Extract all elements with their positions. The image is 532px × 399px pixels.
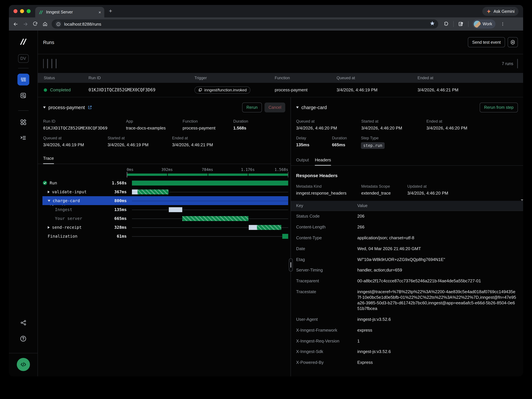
column-ended-at[interactable]: Ended at bbox=[418, 76, 523, 80]
tab-output[interactable]: Output bbox=[296, 157, 309, 165]
step-type-chip: step.run bbox=[361, 142, 385, 149]
main-content: Runs Send test event bbox=[38, 31, 523, 376]
header-row: Content-Length266 bbox=[291, 222, 523, 233]
span-bar-hatched[interactable] bbox=[257, 225, 281, 230]
span-track bbox=[132, 223, 288, 232]
sidebar-item-apps[interactable] bbox=[17, 116, 29, 128]
metadata-kind-field: Metadata Kind inngest.response_headers bbox=[296, 184, 361, 196]
app-link[interactable]: trace-docs-examples bbox=[126, 126, 183, 130]
share-button[interactable] bbox=[17, 317, 29, 329]
span-track bbox=[132, 196, 288, 205]
dev-tools-button[interactable] bbox=[17, 358, 30, 371]
sidebar-item-runs[interactable] bbox=[17, 74, 29, 86]
table-row[interactable]: Completed 01KJXD1TQCZ852GMEX0CQF3D69 inn… bbox=[38, 83, 523, 97]
extensions-icon[interactable] bbox=[443, 21, 450, 27]
delay-value: 135ms bbox=[296, 142, 332, 147]
trace-span-run[interactable]: Run1.568s bbox=[42, 178, 288, 187]
ended-at-cell: 3/4/2026, 4:46:21 PM bbox=[418, 87, 523, 92]
close-window-button[interactable] bbox=[13, 9, 18, 13]
collapse-step-icon[interactable] bbox=[296, 106, 299, 109]
table-columns-button[interactable]: Table columns bbox=[517, 59, 518, 68]
profile-name: Work bbox=[483, 22, 492, 26]
header-key: Etag bbox=[291, 257, 357, 263]
tab-trace[interactable]: Trace bbox=[43, 156, 54, 164]
run-queued-field: Queued at 3/4/2026, 4:46:19 PM bbox=[43, 136, 108, 147]
inngest-logo[interactable] bbox=[19, 38, 27, 47]
apps-icon bbox=[20, 118, 27, 125]
tab-search-icon[interactable] bbox=[458, 21, 464, 27]
span-track bbox=[132, 178, 288, 187]
maximize-window-button[interactable] bbox=[27, 9, 31, 13]
trace-span-charge-card[interactable]: charge-card800ms bbox=[42, 196, 288, 205]
expand-icon[interactable] bbox=[48, 190, 50, 193]
collapse-run-icon[interactable] bbox=[43, 106, 46, 109]
show-search-button[interactable]: Show search bbox=[43, 59, 44, 68]
rerun-button[interactable]: Rerun bbox=[242, 103, 262, 112]
span-bar-hatched[interactable] bbox=[138, 189, 169, 194]
column-queued-at[interactable]: Queued at bbox=[336, 76, 418, 80]
column-run-id[interactable]: Run ID bbox=[89, 76, 194, 80]
tab-headers[interactable]: Headers bbox=[315, 157, 331, 165]
browser-tab[interactable]: Inngest Server × bbox=[35, 7, 104, 18]
browser-profile-button[interactable]: Work bbox=[472, 19, 495, 29]
function-cell: process-payment bbox=[275, 87, 336, 92]
site-info-icon[interactable] bbox=[55, 21, 62, 27]
span-bar-solid[interactable] bbox=[132, 180, 288, 185]
cancel-button[interactable]: Cancel bbox=[265, 103, 285, 112]
close-tab-icon[interactable]: × bbox=[99, 10, 101, 15]
span-bar-queue[interactable] bbox=[249, 225, 257, 230]
header-key: Traceparent bbox=[291, 279, 357, 284]
step-title: charge-card bbox=[301, 105, 327, 110]
trace-span-send-receipt[interactable]: send-receipt328ms bbox=[42, 223, 288, 232]
header-value: inngest@traceref=%7B%22tp%22%3A%2200-4ae… bbox=[357, 289, 523, 311]
timeline-minimap[interactable] bbox=[127, 173, 288, 176]
home-icon[interactable] bbox=[42, 21, 48, 27]
pane-resize-handle[interactable] bbox=[289, 258, 293, 271]
trace-span-validate-input[interactable]: validate-input367ms bbox=[42, 187, 288, 196]
header-key: User-Agent bbox=[291, 317, 357, 322]
column-trigger[interactable]: Trigger bbox=[194, 76, 275, 80]
url-text[interactable]: localhost:8288/runs bbox=[64, 22, 101, 26]
minimize-window-button[interactable] bbox=[20, 9, 24, 13]
span-bar-queue[interactable] bbox=[169, 207, 182, 212]
expand-icon[interactable] bbox=[48, 226, 50, 229]
window-controls[interactable] bbox=[13, 9, 31, 13]
timeline-tick-label: 392ms bbox=[161, 167, 173, 172]
metadata-scope-field: Metadata Scope extended_trace bbox=[361, 184, 407, 196]
span-bar-solid[interactable] bbox=[282, 234, 288, 239]
timeline-tick-label: 0ms bbox=[127, 167, 133, 172]
sidebar-item-events[interactable] bbox=[17, 89, 29, 101]
header-key: X-Inngest-Sdk bbox=[291, 349, 357, 355]
settings-button[interactable] bbox=[508, 37, 518, 47]
trace-tabs: Trace bbox=[38, 156, 291, 164]
timeline-tick-label: 784ms bbox=[202, 167, 213, 172]
address-bar[interactable]: localhost:8288/runs bbox=[52, 19, 438, 29]
trace-span-inngest[interactable]: Inngest135ms bbox=[42, 205, 288, 214]
reload-icon[interactable] bbox=[32, 21, 38, 27]
sidebar-item-functions[interactable] bbox=[17, 132, 29, 144]
header-value: express bbox=[357, 327, 523, 333]
inngest-app: DV bbox=[9, 31, 523, 376]
help-button[interactable] bbox=[17, 333, 29, 344]
terminal-list-icon bbox=[20, 134, 27, 141]
ask-gemini-button[interactable]: Ask Gemini bbox=[482, 7, 519, 16]
collapse-icon[interactable] bbox=[48, 200, 50, 202]
span-bar-queue[interactable] bbox=[132, 189, 138, 194]
column-function[interactable]: Function bbox=[275, 76, 336, 80]
forward-icon[interactable] bbox=[22, 21, 29, 27]
send-test-event-button[interactable]: Send test event bbox=[468, 37, 505, 47]
trace-span-finalization[interactable]: Finalization61ms bbox=[42, 232, 288, 241]
bookmark-star-icon[interactable] bbox=[430, 21, 435, 27]
span-bar-hatched[interactable] bbox=[182, 216, 248, 221]
trigger-pill[interactable]: inngest/function.invoked bbox=[194, 86, 250, 93]
new-tab-button[interactable]: + bbox=[109, 8, 112, 14]
rerun-from-step-button[interactable]: Rerun from step bbox=[480, 103, 518, 112]
external-link-icon[interactable] bbox=[88, 105, 92, 110]
back-icon[interactable] bbox=[12, 21, 19, 27]
env-badge[interactable]: DV bbox=[18, 54, 28, 63]
browser-menu-icon[interactable] bbox=[500, 21, 506, 27]
app-field: App trace-docs-examples bbox=[126, 119, 183, 130]
trace-span-your-server[interactable]: Your server665ms bbox=[42, 214, 288, 223]
function-link[interactable]: process-payment bbox=[183, 126, 233, 130]
header-row: DateWed, 04 Mar 2026 21:46:20 GMT bbox=[291, 243, 523, 254]
